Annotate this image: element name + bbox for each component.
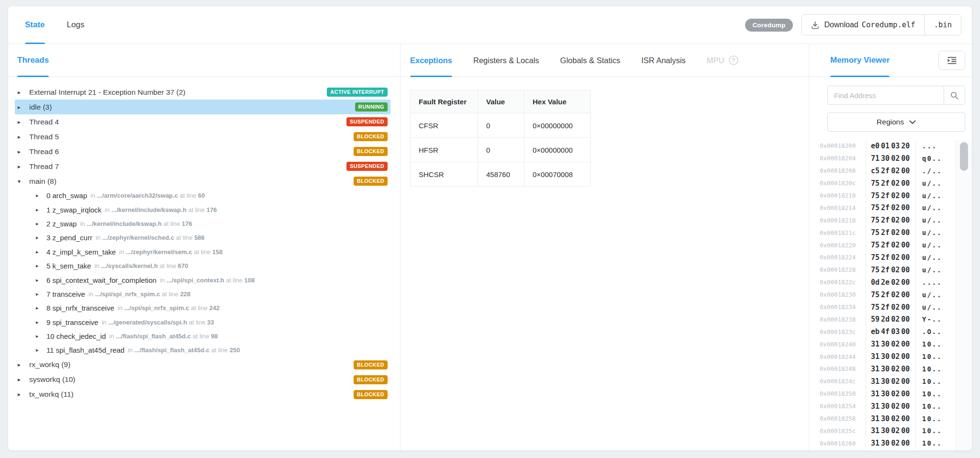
stack-frame-row[interactable]: ▸ 2 z_swap in .../kernel/include/kswap.h…: [8, 217, 400, 231]
tab-globals-statics[interactable]: Globals & Statics: [560, 44, 621, 77]
frame-atline-label: at line: [162, 290, 180, 298]
regions-dropdown-button[interactable]: Regions: [827, 112, 965, 132]
caret-right-icon[interactable]: ▸: [36, 277, 46, 283]
caret-right-icon[interactable]: ▸: [18, 163, 29, 170]
fault-value-cell: 0: [478, 138, 524, 162]
fault-hex-cell: 0×00000000: [524, 138, 591, 162]
caret-right-icon[interactable]: ▸: [36, 249, 46, 255]
fault-value-cell: 458760: [478, 162, 524, 187]
memory-ascii: ....: [916, 276, 956, 289]
memory-ascii: ...: [916, 140, 956, 152]
thread-row[interactable]: ▸ Thread 5 BLOCKED: [15, 129, 390, 144]
collapse-panel-button[interactable]: [938, 51, 965, 70]
frame-in-label: in: [90, 192, 97, 199]
frame-file: .../spi/spi_context.h: [167, 277, 224, 284]
frame-line: 176: [207, 206, 217, 213]
caret-right-icon[interactable]: ▸: [18, 119, 29, 125]
memory-ascii: u/..: [916, 289, 956, 301]
thread-row[interactable]: ▸ External Interrupt 21 - Exception Numb…: [15, 85, 390, 100]
stack-frame-row[interactable]: ▸ 8 spi_nrfx_transceive in .../spi/spi_n…: [8, 301, 400, 315]
stack-frame-row[interactable]: ▸ 10 check_jedec_id in .../flash/spi_fla…: [8, 329, 400, 343]
caret-right-icon[interactable]: ▸: [18, 89, 29, 96]
frame-atline-label: at line: [188, 206, 206, 213]
thread-row[interactable]: ▸ Thread 6 BLOCKED: [15, 144, 390, 159]
caret-right-icon[interactable]: ▸: [36, 319, 46, 325]
thread-row[interactable]: ▸ tx_workq (11) BLOCKED: [15, 387, 390, 402]
memory-row: 0x00018218 752f0200 u/..: [816, 214, 956, 226]
caret-right-icon[interactable]: ▸: [18, 104, 29, 111]
tab-exceptions[interactable]: Exceptions: [410, 44, 452, 77]
stack-frame-row[interactable]: ▸ 3 z_pend_curr in .../zephyr/kernel/sch…: [8, 231, 400, 245]
caret-right-icon[interactable]: ▸: [36, 305, 46, 311]
frame-name: z_impl_k_sem_take: [53, 248, 116, 256]
memory-ascii: u/..: [916, 214, 956, 226]
memory-ascii: 10..: [916, 375, 956, 388]
memory-ascii: u/..: [916, 301, 956, 313]
caret-right-icon[interactable]: ▸: [36, 263, 46, 269]
thread-row[interactable]: ▸ Thread 7 SUSPENDED: [15, 159, 390, 174]
memory-scrollbar-track[interactable]: [955, 140, 972, 451]
tab-isr-analysis[interactable]: ISR Analysis: [641, 44, 686, 77]
stack-frame-row[interactable]: ▸ 6 spi_context_wait_for_completion in .…: [8, 273, 400, 287]
stack-frame-row[interactable]: ▸ 11 spi_flash_at45d_read in .../flash/s…: [8, 343, 400, 357]
memory-row: 0x00018210 752f0200 u/..: [816, 190, 956, 202]
memory-ascii: 10..: [916, 424, 956, 437]
caret-right-icon[interactable]: ▸: [36, 192, 46, 199]
memory-ascii: 10..: [916, 437, 956, 449]
download-bin-button[interactable]: .bin: [924, 15, 961, 35]
caret-right-icon[interactable]: ▸: [18, 361, 29, 368]
thread-row[interactable]: ▸ Thread 4 SUSPENDED: [15, 114, 390, 129]
caret-right-icon[interactable]: ▸: [36, 207, 46, 213]
threads-title[interactable]: Threads: [17, 44, 49, 77]
memory-hex-bytes: 31300200: [866, 437, 916, 449]
memory-row: 0x00018258 31300200 10..: [816, 413, 956, 425]
caret-right-icon[interactable]: ▸: [36, 291, 46, 297]
caret-right-icon[interactable]: ▸: [36, 347, 46, 353]
frame-name: z_swap: [53, 220, 77, 228]
caret-right-icon[interactable]: ▸: [36, 333, 46, 339]
memory-row: 0x0001822c 0d2e0200 ....: [816, 276, 956, 289]
thread-label: Thread 6: [29, 147, 354, 156]
memory-hex-bytes: 31300200: [866, 375, 916, 388]
frame-name: z_pend_curr: [53, 234, 92, 242]
stack-frame-row[interactable]: ▸ 1 z_swap_irqlock in .../kernel/include…: [8, 202, 400, 216]
download-coredump-button[interactable]: Download Coredump.elf: [802, 15, 924, 35]
caret-right-icon[interactable]: ▸: [36, 221, 46, 227]
frame-file: .../generated/syscalls/spi.h: [108, 319, 187, 326]
frame-in-label: in: [119, 248, 126, 256]
search-button[interactable]: [944, 86, 965, 104]
frame-in-label: in: [118, 304, 124, 312]
frame-index: 10: [46, 332, 55, 340]
thread-row[interactable]: ▸ sysworkq (10) BLOCKED: [15, 372, 390, 387]
caret-right-icon[interactable]: ▸: [18, 376, 29, 383]
thread-label: idle (3): [29, 103, 355, 112]
find-address-input[interactable]: [828, 86, 944, 104]
frame-atline-label: at line: [159, 262, 178, 269]
memory-hex-bytes: 752f0200: [866, 289, 916, 301]
caret-right-icon[interactable]: ▸: [18, 134, 29, 140]
thread-row[interactable]: ▸ rx_workq (9) BLOCKED: [15, 357, 390, 372]
caret-down-icon[interactable]: ▾: [18, 178, 29, 185]
stack-frame-row[interactable]: ▸ 7 transceive in .../spi/spi_nrfx_spim.…: [8, 287, 400, 301]
tab-logs[interactable]: Logs: [67, 6, 85, 44]
caret-right-icon[interactable]: ▸: [18, 391, 29, 398]
memory-scrollbar-thumb[interactable]: [960, 142, 968, 171]
thread-status-badge: ACTIVE INTERRUPT: [327, 88, 388, 97]
tab-state[interactable]: State: [25, 6, 45, 44]
stack-frame-row[interactable]: ▸ 0 arch_swap in .../arm/core/aarch32/sw…: [8, 189, 400, 202]
stack-frame-row[interactable]: ▸ 9 spi_transceive in .../generated/sysc…: [8, 315, 400, 329]
stack-frame-row[interactable]: ▸ 5 k_sem_take in .../syscalls/kernel.h …: [8, 259, 400, 273]
caret-right-icon[interactable]: ▸: [18, 148, 29, 155]
thread-row[interactable]: ▸ idle (3) RUNNING: [15, 100, 390, 114]
memory-address: 0x00018248: [816, 363, 866, 375]
stack-frame-row[interactable]: ▸ 4 z_impl_k_sem_take in .../zephyr/kern…: [8, 245, 400, 259]
memory-address: 0x00018218: [816, 214, 866, 226]
caret-right-icon[interactable]: ▸: [36, 235, 46, 241]
memory-ascii: 10..: [916, 388, 956, 400]
frame-atline-label: at line: [192, 333, 211, 340]
memory-ascii: ./..: [916, 165, 956, 177]
memory-ascii: 10..: [916, 363, 956, 375]
tab-registers-locals[interactable]: Registers & Locals: [473, 44, 539, 77]
thread-row[interactable]: ▾ main (8) BLOCKED: [15, 174, 390, 189]
memory-row: 0x00018244 31300200 10..: [816, 350, 956, 363]
